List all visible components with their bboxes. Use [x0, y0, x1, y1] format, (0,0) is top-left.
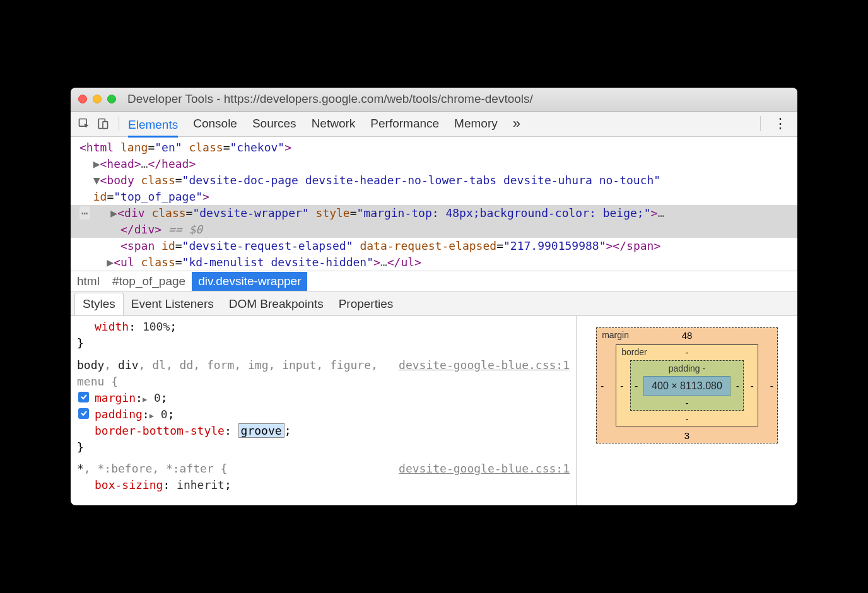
tri-icon[interactable]: ▶	[150, 411, 154, 420]
box-model-padding[interactable]: padding - - - - 400 × 8113.080	[630, 360, 744, 411]
dom-tree[interactable]: <html lang="en" class="chekov"> ▶<head>……	[71, 137, 797, 271]
panel-tabs: Elements Console Sources Network Perform…	[128, 113, 751, 134]
tri-icon[interactable]: ▶	[143, 395, 147, 404]
bm-border-bottom[interactable]: -	[616, 413, 758, 424]
subtab-event-listeners[interactable]: Event Listeners	[124, 293, 221, 315]
collapse-icon[interactable]: ▼	[93, 173, 100, 187]
dom-node-ul[interactable]: ▶<ul class="kd-menulist devsite-hidden">…	[79, 254, 797, 271]
breadcrumb-item[interactable]: html	[71, 272, 106, 291]
bm-border-top[interactable]: -	[616, 347, 758, 358]
bm-border-right[interactable]: -	[751, 380, 754, 391]
bm-margin-bottom[interactable]: 3	[597, 430, 777, 441]
eq-dollar-zero: == $0	[168, 223, 202, 236]
tab-sources[interactable]: Sources	[252, 113, 296, 134]
maximize-icon[interactable]	[107, 95, 116, 103]
dom-node-body[interactable]: ▼<body class="devsite-doc-page devsite-h…	[79, 172, 797, 205]
bm-margin-top[interactable]: 48	[597, 330, 777, 341]
bm-padding-label: padding -	[643, 363, 730, 373]
separator	[119, 116, 119, 131]
dom-node-head[interactable]: ▶<head>…</head>	[79, 156, 797, 172]
devtools-window: Developer Tools - https://developers.goo…	[71, 88, 797, 506]
inspect-element-icon[interactable]	[77, 117, 91, 131]
bm-border-left[interactable]: -	[620, 380, 623, 391]
styles-rules[interactable]: width: 100%; } devsite-google-blue.css:1…	[71, 316, 577, 505]
css-declaration[interactable]: margin:▶ 0;	[77, 390, 570, 406]
css-prop-val[interactable]: inherit	[177, 478, 225, 491]
css-prop-name[interactable]: padding	[95, 408, 143, 421]
bm-margin-left[interactable]: -	[601, 380, 604, 391]
minimize-icon[interactable]	[93, 95, 102, 103]
box-model-content[interactable]: 400 × 8113.080	[643, 376, 730, 396]
breadcrumb-item[interactable]: #top_of_page	[106, 272, 192, 291]
css-prop-name[interactable]: width	[95, 320, 129, 333]
traffic-lights	[78, 95, 116, 103]
tab-elements[interactable]: Elements	[128, 114, 178, 138]
dom-node-span[interactable]: <span id="devsite-request-elapsed" data-…	[79, 238, 797, 254]
expand-icon[interactable]: ▶	[93, 157, 100, 170]
style-rule[interactable]: width: 100%; }	[77, 319, 570, 351]
subtab-styles[interactable]: Styles	[74, 293, 124, 315]
expand-icon[interactable]: ▶	[110, 206, 117, 220]
tab-performance[interactable]: Performance	[370, 113, 439, 134]
box-model-border[interactable]: border - - - - padding - - - - 400 × 811…	[616, 344, 758, 426]
bm-padding-bottom[interactable]: -	[631, 397, 743, 408]
css-value-edit-input[interactable]: groove	[238, 423, 284, 438]
style-rule[interactable]: devsite-google-blue.css:1 *, *:before, *…	[77, 461, 570, 493]
kebab-menu-icon[interactable]: ⋮	[770, 115, 791, 132]
css-prop-val[interactable]: 0	[154, 391, 161, 404]
source-link[interactable]: devsite-google-blue.css:1	[399, 461, 570, 477]
tab-network[interactable]: Network	[312, 113, 356, 134]
close-icon[interactable]	[78, 95, 87, 103]
checkbox-icon[interactable]	[78, 408, 89, 419]
css-prop-name[interactable]: margin	[95, 391, 136, 404]
device-toggle-icon[interactable]	[96, 117, 110, 131]
box-model-margin[interactable]: margin 48 3 - - border - - - - padding -…	[596, 327, 778, 443]
tab-memory[interactable]: Memory	[454, 113, 498, 134]
more-tabs-icon[interactable]: »	[513, 115, 520, 132]
css-declaration[interactable]: box-sizing: inherit;	[77, 477, 570, 493]
separator	[760, 116, 761, 131]
ellipsis-icon[interactable]: ⋯	[79, 206, 90, 220]
bm-margin-right[interactable]: -	[770, 380, 773, 391]
main-toolbar: Elements Console Sources Network Perform…	[71, 112, 797, 137]
dom-node-html[interactable]: <html lang="en" class="chekov">	[79, 139, 797, 156]
dom-node-selected[interactable]: ⋯ ▶<div class="devsite-wrapper" style="m…	[71, 205, 797, 238]
box-model[interactable]: margin 48 3 - - border - - - - padding -…	[577, 316, 797, 505]
tab-console[interactable]: Console	[193, 113, 237, 134]
bm-padding-right[interactable]: -	[736, 380, 739, 391]
svg-rect-2	[103, 122, 108, 129]
bm-padding-left[interactable]: -	[635, 380, 638, 391]
css-prop-name[interactable]: border-bottom-style	[95, 424, 225, 437]
subtab-properties[interactable]: Properties	[331, 293, 401, 315]
style-rule[interactable]: devsite-google-blue.css:1 body, div, dl,…	[77, 357, 570, 456]
css-declaration[interactable]: padding:▶ 0;	[77, 406, 570, 423]
window-title: Developer Tools - https://developers.goo…	[127, 92, 533, 106]
css-prop-val[interactable]: 0	[161, 408, 168, 421]
breadcrumb: html #top_of_page div.devsite-wrapper	[71, 271, 797, 292]
css-prop-val[interactable]: 100%	[143, 320, 170, 333]
source-link[interactable]: devsite-google-blue.css:1	[399, 357, 570, 373]
checkbox-icon[interactable]	[78, 392, 89, 402]
titlebar: Developer Tools - https://developers.goo…	[71, 88, 797, 112]
styles-pane: width: 100%; } devsite-google-blue.css:1…	[71, 316, 797, 505]
styles-subtabs: Styles Event Listeners DOM Breakpoints P…	[71, 292, 797, 316]
subtab-dom-breakpoints[interactable]: DOM Breakpoints	[221, 293, 331, 315]
expand-icon[interactable]: ▶	[107, 255, 114, 269]
css-prop-name[interactable]: box-sizing	[95, 478, 163, 491]
css-declaration-editing[interactable]: border-bottom-style: groove;	[77, 423, 570, 439]
breadcrumb-item-selected[interactable]: div.devsite-wrapper	[192, 272, 307, 291]
